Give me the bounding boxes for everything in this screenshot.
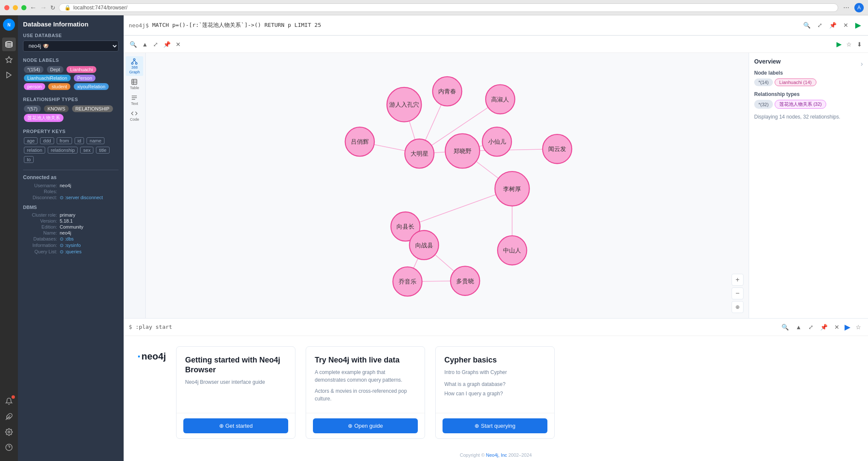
play-search-btn[interactable]: 🔍 — [780, 322, 790, 332]
back-button[interactable]: ← — [30, 4, 37, 12]
main-content: neo4j$ MATCH p=()-[r:`莲花池人物关系`]->() RETU… — [124, 15, 868, 461]
sidebar-item-plugins[interactable] — [2, 410, 16, 423]
disconnect-link[interactable]: ⊙ :server disconnect — [60, 195, 103, 200]
view-code-btn[interactable]: Code — [127, 108, 143, 123]
results-save-btn[interactable]: ☆ — [845, 39, 854, 49]
graph-node-2[interactable]: 高淑人 — [486, 85, 515, 114]
prop-id[interactable]: id — [75, 137, 84, 144]
graph-node-11[interactable]: 向战县 — [409, 230, 438, 259]
ov-tag-rel-all[interactable]: *(32) — [754, 100, 773, 109]
results-up-btn[interactable]: ▲ — [140, 39, 150, 49]
zoom-out-btn[interactable]: − — [732, 287, 744, 299]
svg-point-12 — [136, 63, 137, 64]
results-close-btn[interactable]: ✕ — [174, 39, 182, 49]
play-close-btn[interactable]: ✕ — [833, 322, 841, 332]
database-select[interactable]: neo4j 🐶 — [23, 41, 119, 52]
results-download-btn[interactable]: ⬇ — [855, 39, 864, 49]
prop-relationship[interactable]: relationship — [48, 147, 78, 154]
sidebar-item-database[interactable] — [2, 38, 16, 51]
neo4j-inc-link[interactable]: Neo4j, Inc — [486, 452, 507, 458]
sidebar-item-settings[interactable] — [2, 425, 16, 439]
tag-all-154[interactable]: *(154) — [24, 66, 43, 73]
play-expand-btn[interactable]: ⤢ — [807, 322, 815, 332]
sidebar-item-guides[interactable] — [2, 68, 16, 82]
play-up-btn[interactable]: ▲ — [794, 322, 803, 332]
tag-person-lower[interactable]: person — [24, 83, 45, 90]
top-search-btn[interactable]: 🔍 — [801, 20, 812, 30]
security-icon: 🔒 — [64, 5, 71, 11]
tag-student[interactable]: student — [48, 83, 70, 90]
browser-minimize-btn[interactable] — [13, 5, 18, 10]
property-keys-title: Property keys — [23, 129, 119, 134]
ov-tag-rel-lianhuachi[interactable]: 莲花池人物关系 (32) — [775, 100, 827, 109]
disconnect-label: Disconnect: — [23, 195, 57, 200]
tag-dept[interactable]: Dept — [47, 66, 64, 73]
prop-ddd[interactable]: ddd — [40, 137, 54, 144]
top-query-input[interactable]: MATCH p=()-[r:`莲花池人物关系`]->() RETURN p LI… — [152, 21, 801, 29]
results-pin-btn[interactable]: 📌 — [162, 39, 172, 49]
address-bar[interactable]: 🔒 localhost:7474/browser/ — [59, 3, 838, 12]
sidebar-item-favorites[interactable] — [2, 53, 16, 67]
graph-node-8[interactable]: 闻云发 — [543, 134, 572, 163]
view-graph-btn[interactable]: 388 Graph — [126, 56, 143, 76]
play-pin-btn[interactable]: 📌 — [819, 322, 829, 332]
graph-node-7[interactable]: 小仙儿 — [482, 127, 511, 156]
prop-relation[interactable]: relation — [24, 147, 45, 154]
zoom-reset-btn[interactable]: ⊕ — [732, 301, 744, 313]
top-pin-btn[interactable]: 📌 — [827, 20, 838, 30]
graph-node-5[interactable]: 大明星 — [405, 139, 434, 168]
tag-person[interactable]: Person — [74, 75, 95, 81]
graph-node-6[interactable]: 郑晓野 — [445, 134, 480, 168]
browser-close-btn[interactable] — [4, 5, 9, 10]
results-search-btn[interactable]: 🔍 — [128, 39, 139, 49]
get-started-btn[interactable]: ⊕ Get started — [183, 418, 288, 433]
tag-relationship[interactable]: RELATIONSHIP — [72, 105, 113, 112]
tag-lianhuachi-relation[interactable]: LianhuachiRelation — [24, 75, 71, 81]
databases-link[interactable]: ⊙ :dbs — [60, 236, 74, 242]
extensions-btn[interactable]: ⋯ — [842, 3, 851, 12]
graph-node-9[interactable]: 李树厚 — [495, 171, 529, 206]
query-list-link[interactable]: ⊙ :queries — [60, 249, 81, 255]
information-link[interactable]: ⊙ :sysinfo — [60, 243, 81, 248]
svg-point-7 — [8, 431, 10, 433]
tag-knows[interactable]: KNOWS — [44, 105, 69, 112]
refresh-button[interactable]: ↻ — [50, 4, 55, 11]
play-run-btn[interactable]: ▶ — [845, 322, 851, 332]
sidebar-item-help[interactable] — [2, 441, 16, 454]
graph-node-13[interactable]: 乔音乐 — [393, 267, 422, 296]
ov-tag-lianhuachi[interactable]: Lianhuachi (14) — [775, 78, 816, 86]
play-save-btn[interactable]: ☆ — [854, 322, 863, 332]
sidebar-item-notifications[interactable] — [2, 394, 16, 408]
graph-node-3[interactable]: 游人入孔穴 — [387, 87, 422, 122]
prop-to[interactable]: to — [24, 156, 34, 163]
tag-lianhuachi-rel[interactable]: 莲花池人物关系 — [24, 114, 64, 122]
graph-node-4[interactable]: 吕俏辉 — [345, 127, 374, 156]
profile-btn[interactable]: A — [854, 3, 864, 12]
prop-name[interactable]: name — [87, 137, 104, 144]
zoom-in-btn[interactable]: + — [732, 274, 744, 286]
prop-from[interactable]: from — [57, 137, 72, 144]
view-table-btn[interactable]: Table — [127, 77, 143, 92]
top-expand-btn[interactable]: ⤢ — [816, 20, 824, 30]
tag-xiyou-relation[interactable]: xiyouRelation — [74, 83, 109, 90]
prop-age[interactable]: age — [24, 137, 38, 144]
prop-title[interactable]: title — [96, 147, 109, 154]
top-run-btn[interactable]: ▶ — [854, 19, 863, 32]
start-querying-btn[interactable]: ⊕ Start querying — [443, 418, 547, 433]
graph-node-1[interactable]: 内青春 — [433, 77, 462, 106]
graph-canvas[interactable]: 内青春 高淑人 游人入孔穴 吕俏辉 — [146, 53, 749, 318]
results-run-btn[interactable]: ▶ — [835, 38, 843, 50]
tag-lianhuachi[interactable]: Lianhuachi — [67, 66, 96, 73]
forward-button[interactable]: → — [40, 4, 47, 12]
tag-all-57[interactable]: *(57) — [24, 105, 41, 112]
prop-sex[interactable]: sex — [80, 147, 93, 154]
open-guide-btn[interactable]: ⊕ Open guide — [313, 418, 418, 433]
view-text-btn[interactable]: Text — [127, 93, 142, 107]
graph-node-12[interactable]: 中山人 — [498, 236, 527, 265]
ov-tag-all[interactable]: *(14) — [754, 78, 773, 86]
results-expand-btn[interactable]: ⤢ — [151, 39, 160, 49]
top-close-btn[interactable]: ✕ — [842, 20, 850, 30]
overview-collapse-btn[interactable]: › — [861, 60, 863, 68]
graph-node-14[interactable]: 多贵晓 — [451, 266, 480, 295]
browser-maximize-btn[interactable] — [21, 5, 26, 10]
